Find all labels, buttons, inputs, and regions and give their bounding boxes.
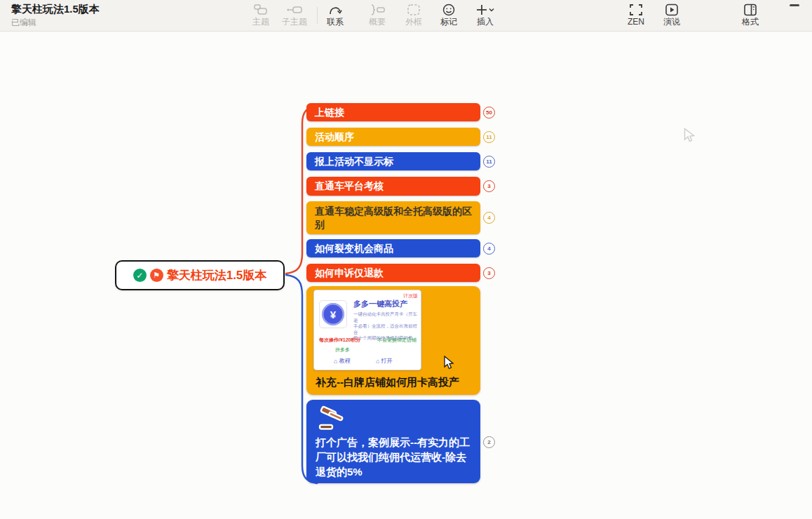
badge-count: 11 — [486, 134, 492, 140]
badge-count: 2 — [487, 439, 490, 445]
branch-node[interactable]: 直通车稳定高级版和全托高级版的区别 — [306, 201, 480, 234]
window-minimize-dash-icon[interactable] — [790, 4, 799, 6]
branch-label: 报上活动不显示标 — [315, 155, 393, 168]
marker-smiley-icon — [441, 3, 456, 17]
mindmap-canvas: ✓ ⚑ 擎天柱玩法1.5版本 上链接 活动顺序 报上活动不显示标 直通车平台考核… — [0, 32, 812, 519]
card-open-button[interactable]: ⌂ 打开 — [376, 357, 392, 365]
home-pin-icon: ⌂ — [376, 358, 379, 365]
branch-node[interactable]: 如何裂变机会商品 — [306, 239, 480, 257]
summary-icon — [368, 3, 386, 17]
ad-branch-node[interactable]: 打个广告，案例展示--有实力的工厂可以找我们纯佣代运营收-除去退货的5% — [306, 400, 480, 483]
card-branch-node[interactable]: 计次版 ¥ 多多一键高投产 一键自动化卡高投产月卡（开车老 手必看）全流程，适合… — [306, 286, 480, 395]
card-note-text: 不会更换绑定店铺 — [377, 337, 417, 344]
central-topic-node[interactable]: ✓ ⚑ 擎天柱玩法1.5版本 — [115, 260, 285, 290]
branch-label: 上链接 — [315, 106, 344, 119]
branch-label: 如何申诉仅退款 — [315, 267, 384, 280]
subtopic-icon — [285, 3, 304, 17]
toolbar-label: 外框 — [405, 18, 422, 27]
branch-label: 如何裂变机会商品 — [315, 242, 393, 255]
toolbar-button-insert[interactable]: 插入 — [475, 3, 496, 27]
branch-node[interactable]: 直通车平台考核 — [306, 177, 480, 196]
ad-node-text: 打个广告，案例展示--有实力的工厂可以找我们纯佣代运营收-除去退货的5% — [316, 435, 474, 479]
flag-icon[interactable]: ⚑ — [150, 269, 163, 282]
toolbar-label: 联系 — [327, 18, 344, 27]
count-badge[interactable]: 50 — [483, 107, 495, 119]
toolbar-button-relation[interactable]: 联系 — [327, 3, 344, 27]
toolbar-label: 插入 — [477, 18, 494, 27]
toolbar-button-boundary[interactable]: 外框 — [405, 3, 422, 27]
toolbar-label: 标记 — [440, 18, 457, 27]
card-node-caption: 补充--白牌店铺如何用卡高投产 — [316, 376, 459, 389]
count-badge[interactable]: 3 — [483, 267, 495, 279]
check-icon[interactable]: ✓ — [133, 269, 147, 282]
format-panel-icon — [742, 3, 759, 17]
yen-circle-icon: ¥ — [322, 303, 344, 325]
document-title: 擎天柱玩法1.5版本 — [11, 3, 100, 15]
badge-count: 3 — [487, 270, 490, 276]
count-badge[interactable]: 11 — [483, 131, 495, 143]
card-tutorial-button[interactable]: ⌂ 教程 — [334, 357, 350, 365]
toolbar-button-summary[interactable]: 概要 — [368, 3, 386, 27]
embedded-screenshot-card: 计次版 ¥ 多多一键高投产 一键自动化卡高投产月卡（开车老 手必看）全流程，适合… — [313, 290, 421, 370]
topic-icon — [252, 3, 269, 17]
branch-node[interactable]: 活动顺序 — [306, 128, 480, 146]
toolbar-button-presentation[interactable]: 演说 — [663, 3, 680, 27]
card-desc-line: 一键自动化卡高投产月卡（开车老 — [353, 311, 419, 323]
insert-plus-icon — [475, 3, 496, 17]
badge-count: 11 — [486, 159, 492, 165]
count-badge[interactable]: 4 — [483, 243, 495, 255]
badge-count: 4 — [487, 245, 490, 252]
toolbar-button-marker[interactable]: 标记 — [440, 3, 457, 27]
mindmap-app-window: 擎天柱玩法1.5版本 已编辑 主题 子主题 — [0, 0, 812, 519]
branch-label: 直通车平台考核 — [315, 180, 384, 193]
card-button-label: 教程 — [339, 357, 350, 365]
count-badge[interactable]: 11 — [483, 156, 495, 168]
play-icon — [663, 3, 680, 17]
mouse-cursor-dark — [444, 356, 455, 371]
branch-label: 直通车稳定高级版和全托高级版的区别 — [315, 205, 472, 231]
relation-icon — [327, 3, 344, 17]
count-badge[interactable]: 3 — [483, 180, 495, 192]
toolbar-button-zen[interactable]: ZEN — [628, 3, 644, 27]
document-status: 已编辑 — [11, 17, 100, 28]
mouse-cursor-faint — [684, 128, 696, 144]
badge-count: 4 — [487, 215, 490, 221]
count-badge[interactable]: 2 — [483, 436, 495, 448]
document-meta: 擎天柱玩法1.5版本 已编辑 — [11, 3, 100, 28]
branch-node[interactable]: 如何申诉仅退款 — [306, 264, 480, 282]
zen-brackets-icon — [628, 3, 644, 17]
toolbar-label: ZEN — [628, 18, 644, 27]
toolbar-label: 概要 — [369, 18, 386, 27]
toolbar-button-subtopic[interactable]: 子主题 — [282, 3, 307, 27]
badge-count: 50 — [486, 109, 492, 116]
toolbar-label: 格式 — [742, 18, 759, 27]
badge-count: 3 — [487, 183, 490, 189]
boundary-icon — [405, 3, 422, 17]
toolbar-label: 子主题 — [282, 18, 307, 27]
card-button-label: 打开 — [381, 357, 392, 365]
app-header: 擎天柱玩法1.5版本 已编辑 主题 子主题 — [0, 0, 812, 32]
toolbar-button-format[interactable]: 格式 — [742, 3, 759, 27]
branch-node[interactable]: 上链接 — [306, 103, 480, 121]
count-badge[interactable]: 4 — [483, 212, 495, 224]
card-price-text: 每次操作/¥120积分 — [319, 337, 361, 344]
card-desc-line: 手必看）全流程，适合出海前程合 — [353, 323, 419, 335]
toolbar-label: 演说 — [663, 18, 680, 27]
central-topic-label: 擎天柱玩法1.5版本 — [167, 267, 267, 283]
card-title: 多多一键高投产 — [353, 299, 407, 309]
toolbar-label: 主题 — [252, 18, 269, 27]
toolbar-divider — [317, 7, 318, 24]
toolbar-button-topic[interactable]: 主题 — [252, 3, 269, 27]
gavel-icon — [317, 405, 348, 433]
branch-node[interactable]: 报上活动不显示标 — [306, 152, 480, 170]
card-platform-text: 拼多多 — [335, 346, 350, 353]
branch-label: 活动顺序 — [315, 130, 354, 144]
home-pin-icon: ⌂ — [334, 358, 337, 365]
card-app-iconbox: ¥ — [319, 300, 347, 328]
